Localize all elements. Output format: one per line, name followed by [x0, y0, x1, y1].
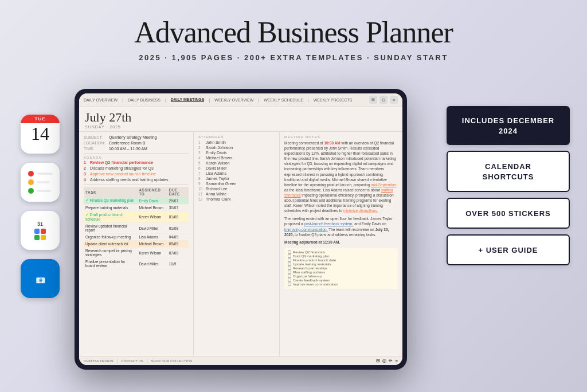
attendees-panel: ATTENDEES 1John Smith 2Sarah Johnson 3Em…: [194, 132, 280, 356]
agenda-section-label: AGENDA:: [84, 156, 189, 159]
calendar-date-number: 14: [31, 124, 49, 143]
toolbar-icon[interactable]: ✏: [389, 358, 393, 363]
task-name: Review updated financial report: [84, 223, 137, 234]
tablet-screen: DAILY OVERVIEW | DAILY BUSINESS | DAILY …: [79, 93, 402, 365]
task-assigned: Michael Brown: [137, 241, 167, 248]
task-assigned: David Miller: [137, 258, 167, 269]
nav-daily-business[interactable]: DAILY BUSINESS: [128, 98, 161, 102]
tablet-bottom-bar: OVATTAN DESIGN | CONTACT US | SHOP OUR C…: [79, 356, 402, 365]
feature-card-label: CALENDAR SHORTCUTS: [483, 162, 534, 181]
toolbar-icon[interactable]: ≡: [395, 358, 398, 363]
calendar-day-label: TUE: [21, 115, 60, 123]
assigned-col-header: ASSIGNED TO: [137, 187, 167, 197]
table-row: ✓ Finalize Q3 marketing plan Emily Davis…: [84, 197, 189, 205]
attendee-6: 6David Miller: [198, 166, 275, 170]
table-row: Prepare training materials Michael Brown…: [84, 205, 189, 211]
meeting-date-sub: SUNDAY · 2025: [85, 125, 397, 129]
task-due: 10/9: [167, 258, 189, 269]
task-name: Organize follow-up meeting: [84, 234, 137, 241]
calendar-app-icon[interactable]: TUE 14: [21, 115, 60, 154]
task-due: 05/09: [167, 241, 189, 248]
time-value: 10:00 AM – 11:30 AM: [109, 147, 147, 151]
location-label: LOCATION:: [84, 141, 107, 145]
meeting-date: July 27th: [85, 110, 397, 125]
nav-daily-overview[interactable]: DAILY OVERVIEW: [84, 98, 118, 102]
nav-icon-2[interactable]: G: [379, 96, 388, 104]
task-name: ✓ Finalize Q3 marketing plan: [84, 197, 137, 205]
tablet-nav-bar: DAILY OVERVIEW | DAILY BUSINESS | DAILY …: [79, 93, 402, 107]
nav-weekly-schedule[interactable]: WEEKLY SCHEDULE: [264, 98, 303, 102]
task-due: 04/09: [167, 234, 189, 241]
attendee-5: 5Karen Wilson: [198, 161, 275, 165]
task-due: 07/09: [167, 248, 189, 258]
agenda-item-2: 2 Discuss marketing strategies for Q3: [84, 166, 189, 170]
reminders-app-icon[interactable]: [21, 163, 60, 202]
check-item: Review Q2 financials: [288, 250, 394, 254]
subject-value: Quarterly Strategy Meeting: [109, 135, 157, 139]
table-row: ✓ Draft product launch schedule Karen Wi…: [84, 211, 189, 223]
attendee-11: 11Anna White: [198, 192, 275, 196]
task-assigned: Lisa Adams: [137, 234, 167, 241]
task-assigned: Karen Wilson: [137, 211, 167, 223]
task-assigned: Michael Brown: [137, 205, 167, 211]
check-item: Draft Q3 marketing plan: [288, 254, 394, 258]
attendee-12: 12Thomas Clark: [198, 197, 275, 201]
check-item: Plan staffing updates: [288, 271, 394, 274]
nav-icons-group: ⊞ G ≡: [369, 96, 398, 104]
feature-card-guide: + USER GUIDE: [447, 234, 570, 265]
agenda-item-4: 4 Address staffing needs and training up…: [84, 178, 189, 182]
location-row: LOCATION: Conference Room B: [84, 141, 189, 145]
attendee-7: 7Lisa Adams: [198, 171, 275, 175]
meeting-notes-panel: MEETING NOTES Meeting commenced at 10:00…: [280, 132, 402, 356]
task-due: 29/07: [167, 197, 189, 205]
task-assigned: Karen Wilson: [137, 248, 167, 258]
table-row: Research competitor pricing strategies K…: [84, 248, 189, 258]
attendees-label: ATTENDEES: [198, 135, 275, 139]
footer-brand: OVATTAN DESIGN: [84, 359, 114, 363]
task-due: 01/08: [167, 211, 189, 223]
nav-icon-3[interactable]: ≡: [390, 96, 398, 104]
attendee-9: 9Samantha Green: [198, 182, 275, 186]
nav-weekly-projects[interactable]: WEEKLY PROJECTS: [314, 98, 353, 102]
page-subtitle: 2025 · 1,905 PAGES · 200+ EXTRA TEMPLATE…: [11, 53, 576, 62]
tasks-table: TASK ASSIGNED TO DUE DATE ✓ Finalize Q3 …: [84, 187, 189, 269]
task-name: Update client outreach list: [84, 241, 137, 248]
feature-card-shortcuts: CALENDAR SHORTCUTS: [447, 151, 570, 192]
page-header: Advanced Business Planner 2025 · 1,905 P…: [0, 0, 587, 68]
attendee-10: 10Richard Lee: [198, 187, 275, 191]
toolbar-icon[interactable]: ⊞: [376, 358, 380, 363]
task-due: 01/08: [167, 223, 189, 234]
attendee-4: 4Michael Brown: [198, 156, 275, 160]
google-calendar-icon[interactable]: 31: [21, 211, 60, 250]
nav-daily-meetings[interactable]: DAILY MEETINGS: [171, 97, 205, 102]
subject-label: SUBJECT:: [84, 135, 107, 139]
attendee-2: 2Sarah Johnson: [198, 146, 275, 150]
task-name: ✓ Draft product launch schedule: [84, 211, 137, 223]
nav-weekly-overview[interactable]: WEEKLY OVERVIEW: [214, 98, 253, 102]
app-icons-panel: TUE 14 31: [21, 115, 60, 298]
feature-cards-panel: INCLUDES DECEMBER 2024 CALENDAR SHORTCUT…: [447, 106, 570, 265]
feature-card-label: + USER GUIDE: [478, 246, 538, 254]
check-item: Research partnerships: [288, 266, 394, 270]
attendee-1: 1John Smith: [198, 140, 275, 144]
toolbar-icon[interactable]: ◎: [382, 358, 386, 363]
check-item: Finalize product launch date: [288, 258, 394, 262]
notes-text: Meeting commenced at 10:00 AM with an ov…: [284, 140, 398, 213]
check-item: Create feedback system: [288, 279, 394, 282]
table-row: Organize follow-up meeting Lisa Adams 04…: [84, 234, 189, 241]
date-bar: July 27th SUNDAY · 2025: [79, 107, 402, 132]
meeting-details-panel: SUBJECT: Quarterly Strategy Meeting LOCA…: [79, 132, 194, 356]
attendee-3: 3Emily Davis: [198, 151, 275, 155]
task-col-header: TASK: [84, 187, 137, 197]
check-item: Organize follow-up: [288, 275, 394, 278]
table-row: Update client outreach list Michael Brow…: [84, 241, 189, 248]
table-row: Finalize presentation for board review D…: [84, 258, 189, 269]
check-item: Update training materials: [288, 262, 394, 266]
tablet-device: DAILY OVERVIEW | DAILY BUSINESS | DAILY …: [75, 89, 407, 370]
subject-row: SUBJECT: Quarterly Strategy Meeting: [84, 135, 189, 139]
nav-icon-1[interactable]: ⊞: [369, 96, 377, 104]
toolbar-icons: ⊞ ◎ ✏ ≡: [376, 358, 398, 363]
time-row: TIME: 10:00 AM – 11:30 AM: [84, 147, 189, 151]
outlook-app-icon[interactable]: 📧: [21, 259, 60, 298]
attendee-8: 8James Taylor: [198, 177, 275, 181]
